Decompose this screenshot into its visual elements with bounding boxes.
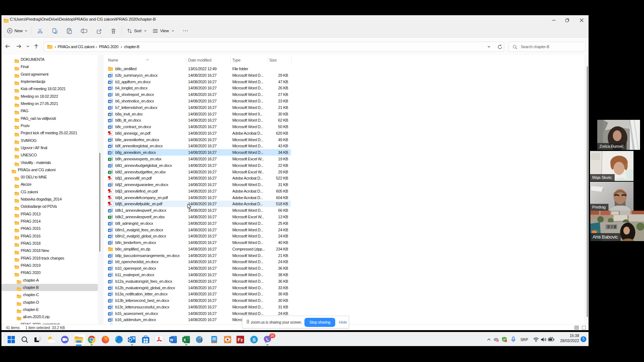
svg-text:S: S xyxy=(252,337,255,342)
svg-text:W: W xyxy=(108,281,111,283)
svg-text:W: W xyxy=(108,229,111,231)
svg-text:W: W xyxy=(108,274,111,277)
svg-text:W: W xyxy=(108,184,111,186)
svg-text:W: W xyxy=(108,242,111,244)
svg-text:W: W xyxy=(108,139,111,141)
svg-text:W: W xyxy=(108,312,111,315)
svg-text:W: W xyxy=(108,145,111,148)
svg-text:W: W xyxy=(170,338,174,342)
svg-text:W: W xyxy=(108,261,111,264)
svg-text:Fz: Fz xyxy=(238,337,243,342)
svg-text:W: W xyxy=(108,254,111,257)
svg-text:W: W xyxy=(108,119,111,122)
svg-text:W: W xyxy=(108,235,111,238)
svg-text:W: W xyxy=(108,287,111,289)
svg-text:W: W xyxy=(108,113,111,115)
svg-text:W: W xyxy=(108,107,111,109)
svg-text:W: W xyxy=(108,75,111,77)
svg-text:W: W xyxy=(108,300,111,302)
svg-text:W: W xyxy=(108,87,111,90)
svg-text:W: W xyxy=(108,223,111,225)
svg-text:W: W xyxy=(108,126,111,129)
svg-text:W: W xyxy=(108,94,111,96)
svg-text:W: W xyxy=(108,81,111,83)
svg-text:W: W xyxy=(108,319,111,321)
svg-text:W: W xyxy=(108,152,111,154)
svg-text:W: W xyxy=(108,293,111,296)
svg-text:W: W xyxy=(108,100,111,103)
svg-text:W: W xyxy=(108,268,111,270)
svg-text:X: X xyxy=(183,338,186,342)
svg-text:W: W xyxy=(108,306,111,309)
svg-text:W: W xyxy=(108,165,111,167)
svg-text:W: W xyxy=(108,210,111,212)
